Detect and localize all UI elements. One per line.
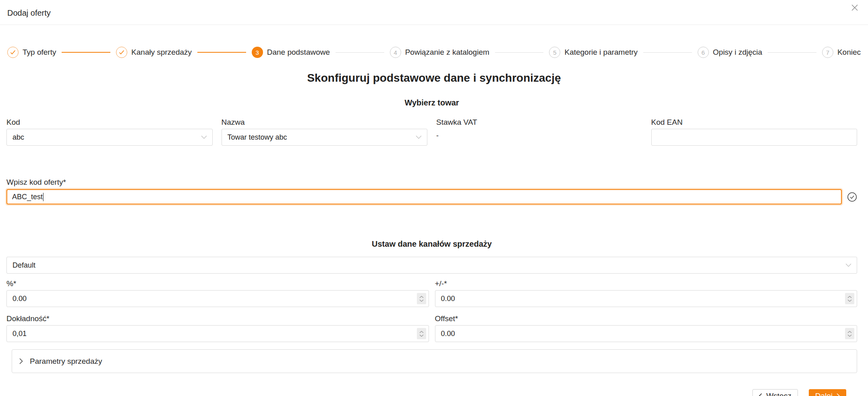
close-icon[interactable] (849, 2, 860, 13)
step-dane-podstawowe[interactable]: 3 Dane podstawowe (252, 47, 330, 58)
step-done-check-icon (116, 47, 127, 58)
step-label: Typ oferty (23, 48, 56, 57)
step-number-badge: 3 (252, 47, 263, 58)
number-spinner[interactable] (845, 328, 854, 339)
chevron-left-icon (759, 393, 762, 396)
step-powiazanie-z-katalogiem[interactable]: 4 Powiązanie z katalogiem (390, 47, 489, 58)
step-connector (197, 52, 246, 53)
step-number-badge: 5 (549, 47, 560, 58)
field-nazwa: Nazwa Towar testowy abc (222, 118, 428, 146)
next-button-label: Dalej (815, 392, 833, 396)
stawka-vat-value: - (436, 132, 642, 140)
step-number-badge: 6 (698, 47, 709, 58)
wizard-footer: Wstecz Dalej (6, 389, 857, 396)
field-precision: Dokładność* 0,01 (6, 314, 429, 342)
step-done-check-icon (7, 47, 19, 58)
offset-value: 0.00 (441, 330, 455, 338)
nazwa-select[interactable]: Towar testowy abc (222, 129, 428, 146)
kod-ean-label: Kod EAN (651, 118, 858, 127)
offer-code-row: ABC_test (6, 189, 857, 204)
form-content: Wybierz towar Kod abc Nazwa Towar testow… (0, 98, 868, 396)
step-connector (643, 52, 692, 53)
percent-plusminus-row: %* 0.00 +/-* 0.00 (6, 279, 857, 307)
profile-select[interactable]: Default (6, 257, 857, 274)
precision-offset-row: Dokładność* 0,01 Offset* 0.00 (6, 314, 857, 342)
plus-minus-value: 0.00 (441, 295, 455, 303)
percent-value: 0.00 (12, 295, 27, 303)
precision-label: Dokładność* (6, 314, 429, 323)
step-label: Dane podstawowe (267, 48, 330, 57)
stawka-vat-label: Stawka VAT (436, 118, 642, 127)
dialog-title: Dodaj oferty (7, 8, 51, 18)
back-button-label: Wstecz (766, 392, 791, 396)
field-plus-minus: +/-* 0.00 (435, 279, 858, 307)
profile-select-value: Default (12, 261, 35, 270)
accordion-parametry-sprzedazy[interactable]: Parametry sprzedaży (12, 349, 857, 373)
kod-ean-input[interactable] (651, 129, 858, 146)
step-number-badge: 7 (822, 47, 833, 58)
step-label: Powiązanie z katalogiem (405, 48, 489, 57)
step-opisy-i-zdjecia[interactable]: 6 Opisy i zdjęcia (698, 47, 762, 58)
plus-minus-input[interactable]: 0.00 (435, 290, 858, 307)
chevron-down-icon (201, 136, 207, 139)
product-fields-row: Kod abc Nazwa Towar testowy abc Stawka V… (6, 118, 857, 146)
field-percent: %* 0.00 (6, 279, 429, 307)
text-caret (43, 193, 44, 201)
step-typ-oferty[interactable]: Typ oferty (7, 47, 56, 58)
chevron-right-icon (19, 358, 23, 364)
percent-input[interactable]: 0.00 (6, 290, 429, 307)
field-offset: Offset* 0.00 (435, 314, 858, 342)
step-label: Koniec (837, 48, 861, 57)
step-koniec[interactable]: 7 Koniec (822, 47, 861, 58)
field-kod: Kod abc (6, 118, 213, 146)
plus-minus-label: +/-* (435, 279, 858, 288)
dialog-header: Dodaj oferty (0, 0, 868, 25)
section-heading-wybierz-towar: Wybierz towar (6, 98, 857, 107)
page-title: Skonfiguruj podstawowe dane i synchroniz… (0, 72, 868, 85)
step-connector (768, 52, 816, 53)
field-stawka-vat: Stawka VAT - (436, 118, 642, 146)
step-kanaly-sprzedazy[interactable]: Kanały sprzedaży (116, 47, 192, 58)
step-label: Kanały sprzedaży (131, 48, 192, 57)
offer-code-label: Wpisz kod oferty* (6, 178, 857, 187)
number-spinner[interactable] (845, 293, 854, 304)
precision-value: 0,01 (12, 330, 27, 338)
kod-select-value: abc (12, 133, 24, 142)
step-connector (336, 52, 384, 53)
offset-label: Offset* (435, 314, 858, 323)
step-label: Opisy i zdjęcia (713, 48, 762, 57)
section-heading-kanaly: Ustaw dane kanałów sprzedaży (6, 239, 857, 249)
step-number-badge: 4 (390, 47, 401, 58)
precision-input[interactable]: 0,01 (6, 325, 429, 342)
wizard-stepper: Typ oferty Kanały sprzedaży 3 Dane podst… (7, 46, 861, 58)
kod-label: Kod (6, 118, 213, 127)
step-connector (495, 52, 544, 53)
kod-select[interactable]: abc (6, 129, 213, 146)
offset-input[interactable]: 0.00 (435, 325, 858, 342)
number-spinner[interactable] (417, 328, 426, 339)
step-label: Kategorie i parametry (564, 48, 638, 57)
field-kod-ean: Kod EAN (651, 118, 858, 146)
offer-code-input[interactable]: ABC_test (6, 189, 842, 204)
next-button[interactable]: Dalej (809, 389, 846, 396)
back-button[interactable]: Wstecz (752, 389, 798, 396)
chevron-down-icon (416, 136, 422, 139)
chevron-down-icon (845, 264, 851, 267)
nazwa-select-value: Towar testowy abc (228, 133, 287, 142)
percent-label: %* (6, 279, 429, 288)
number-spinner[interactable] (417, 293, 426, 304)
check-circle-icon (847, 192, 857, 202)
nazwa-label: Nazwa (222, 118, 428, 127)
accordion-label: Parametry sprzedaży (30, 357, 102, 366)
step-kategorie-i-parametry[interactable]: 5 Kategorie i parametry (549, 47, 638, 58)
step-connector (62, 52, 110, 53)
offer-code-value: ABC_test (12, 193, 43, 201)
chevron-right-icon (837, 393, 840, 396)
